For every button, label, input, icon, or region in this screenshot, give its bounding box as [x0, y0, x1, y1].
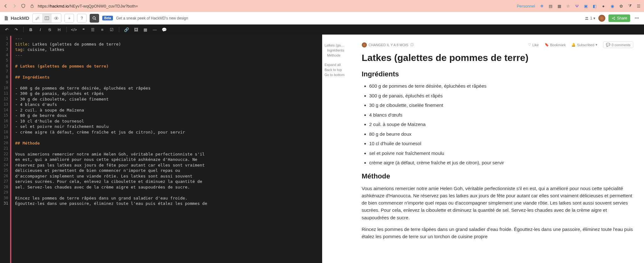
- list-item: 10 cl d'huile de tournesol: [369, 140, 634, 147]
- code-line[interactable]: [15, 69, 319, 74]
- code-line[interactable]: - 80 g de beurre doux: [15, 113, 319, 118]
- editor-pane[interactable]: 1234567891011121314151617181920212223242…: [0, 35, 322, 263]
- personnel-label[interactable]: Personnel: [517, 4, 535, 8]
- code-line[interactable]: - 600 g de pommes de terre désirée, éplu…: [15, 85, 319, 91]
- chevron-down-icon: ▾: [593, 16, 595, 20]
- star-icon[interactable]: ☆: [565, 3, 571, 9]
- code-line[interactable]: sel. Servez-les chaudes avec de la crème…: [15, 184, 319, 190]
- extension-icon[interactable]: ●: [601, 3, 606, 9]
- code-line[interactable]: délicieuses et permettent de bien commen…: [15, 168, 319, 173]
- list-item: 600 g de pommes de terre désirée, épluch…: [369, 83, 634, 90]
- outline-item[interactable]: Latkes (ga…: [325, 43, 349, 47]
- image-button[interactable]: 🖼: [132, 25, 140, 34]
- code-line[interactable]: ## Méthode: [15, 140, 319, 146]
- code-line[interactable]: tag: cuisine, latkes: [15, 47, 319, 52]
- comments-button[interactable]: 💬 0 comments: [603, 41, 633, 48]
- extensions-icon[interactable]: ⧩: [627, 3, 633, 9]
- logo[interactable]: HackMD: [4, 15, 29, 21]
- url-bar[interactable]: https://hackmd.io/NEyvT-wqQpONW0_cuvTDJw…: [38, 4, 138, 8]
- lock-icon[interactable]: [29, 3, 35, 9]
- preview-meta: CHANGED IL Y A 8 MOIS ⓘ ♡ Like 🔖 Bookmar…: [362, 41, 634, 48]
- preview-paragraph: Rincez les pommes de terre râpées dans u…: [362, 226, 634, 240]
- forward-button[interactable]: [11, 3, 18, 9]
- document-icon: [4, 16, 9, 21]
- hamburger-icon[interactable]: ☰: [636, 3, 641, 9]
- code-line[interactable]: ---: [15, 52, 319, 58]
- like-button[interactable]: ♡ Like: [528, 43, 539, 47]
- outline: Latkes (ga… Ingrédients Méthode Expand a…: [322, 35, 351, 263]
- reader-icon[interactable]: ▤: [548, 3, 553, 9]
- extension-icon[interactable]: ◧: [592, 3, 597, 9]
- apps-icon[interactable]: ▦: [557, 3, 562, 9]
- code-line[interactable]: - 30 g de ciboulette, ciselée finement: [15, 96, 319, 102]
- extension-icon[interactable]: ◉: [609, 3, 615, 9]
- add-button[interactable]: ＋: [64, 14, 74, 23]
- code-line[interactable]: Vous aimerions remercier notre amie Hele…: [15, 151, 319, 157]
- code-line[interactable]: [15, 58, 319, 63]
- italic-button[interactable]: I: [36, 25, 44, 34]
- gear-icon[interactable]: ✿: [618, 3, 624, 9]
- code-line[interactable]: [15, 80, 319, 85]
- code-line[interactable]: Égouttez-les dans une passoire, éliminez…: [15, 201, 319, 206]
- outline-item[interactable]: Ingrédients: [325, 48, 349, 52]
- code-line[interactable]: d'accompagner simplement une viande rôti…: [15, 173, 319, 179]
- preview-paragraph: Vous aimerions remercier notre amie Hele…: [362, 185, 634, 221]
- extension-icon[interactable]: ▣: [583, 3, 589, 9]
- go-to-bottom[interactable]: Go to bottom: [325, 73, 349, 77]
- table-button[interactable]: ▦: [141, 25, 149, 34]
- code-line[interactable]: title: Latkes (galettes de pommes de ter…: [15, 41, 319, 47]
- share-button[interactable]: Share: [608, 14, 630, 22]
- ul-button[interactable]: ☰: [89, 25, 97, 34]
- expand-all[interactable]: Expand all: [325, 63, 349, 67]
- code-line[interactable]: ## Ingrédients: [15, 74, 319, 80]
- code-line[interactable]: réservez pas les latkes aux jours de fêt…: [15, 162, 319, 168]
- code-line[interactable]: - crème aigre (à défaut, crème fraîche e…: [15, 129, 319, 135]
- info-icon[interactable]: ⓘ: [410, 42, 414, 47]
- code-line[interactable]: en est, qui a amélioré pour nous cette s…: [15, 157, 319, 162]
- both-mode-button[interactable]: [42, 14, 52, 23]
- code-line[interactable]: [15, 135, 319, 140]
- heading-button[interactable]: H: [55, 25, 63, 34]
- redo-button[interactable]: ↷: [12, 25, 20, 34]
- back-to-top[interactable]: Back to top: [325, 68, 349, 72]
- more-menu[interactable]: •••: [633, 16, 640, 20]
- code-line[interactable]: ---: [15, 36, 319, 41]
- hr-button[interactable]: —: [151, 25, 159, 34]
- share-icon: [612, 16, 615, 20]
- code-line[interactable]: [15, 146, 319, 151]
- back-button[interactable]: [3, 3, 9, 9]
- outline-item[interactable]: Méthode: [325, 53, 349, 57]
- search-button[interactable]: [90, 14, 99, 23]
- code-line[interactable]: - 2 cuil. à soupe de Maïzena: [15, 107, 319, 113]
- code-button[interactable]: </>: [70, 25, 78, 34]
- quote-button[interactable]: ❝: [79, 25, 87, 34]
- comment-button[interactable]: 💬: [160, 25, 168, 34]
- code-line[interactable]: - 300 g de panais, épluchés et râpés: [15, 91, 319, 96]
- code-line[interactable]: Rincez les pommes de terre râpées dans u…: [15, 195, 319, 201]
- strike-button[interactable]: S: [46, 25, 54, 34]
- shield-icon[interactable]: [20, 3, 26, 9]
- code-line[interactable]: - 4 blancs d'œufs: [15, 102, 319, 107]
- avatar[interactable]: [598, 15, 605, 22]
- subscribed-button[interactable]: 🔔 Subscribed ▾: [571, 43, 597, 47]
- undo-button[interactable]: ↶: [3, 25, 11, 34]
- edit-mode-button[interactable]: [33, 14, 42, 23]
- code-line[interactable]: [15, 190, 319, 195]
- checklist-button[interactable]: ☑: [108, 25, 116, 34]
- svg-line-13: [613, 18, 614, 19]
- code-line[interactable]: servies sucrées. Pour cela, enlevez la c…: [15, 179, 319, 184]
- ol-button[interactable]: ≡: [98, 25, 106, 34]
- code-line[interactable]: - 10 cl d'huile de tournesol: [15, 118, 319, 124]
- code-line[interactable]: # Latkes (galettes de pommes de terre): [15, 63, 319, 69]
- bold-button[interactable]: B: [27, 25, 35, 34]
- extension-icon[interactable]: Ψ: [574, 3, 580, 9]
- code-line[interactable]: - sel et poivre noir fraîchement moulu: [15, 124, 319, 129]
- code-area[interactable]: ---title: Latkes (galettes de pommes de …: [12, 35, 322, 263]
- extension-icon[interactable]: ❄: [539, 3, 545, 9]
- promo-text[interactable]: Get a sneak peek of HackMD's new design: [116, 16, 188, 20]
- view-mode-button[interactable]: [52, 14, 61, 23]
- bookmark-button[interactable]: 🔖 Bookmark: [545, 43, 566, 47]
- link-button[interactable]: 🔗: [122, 25, 131, 34]
- help-button[interactable]: ?: [77, 14, 87, 23]
- online-users[interactable]: 1 ▾: [585, 16, 596, 20]
